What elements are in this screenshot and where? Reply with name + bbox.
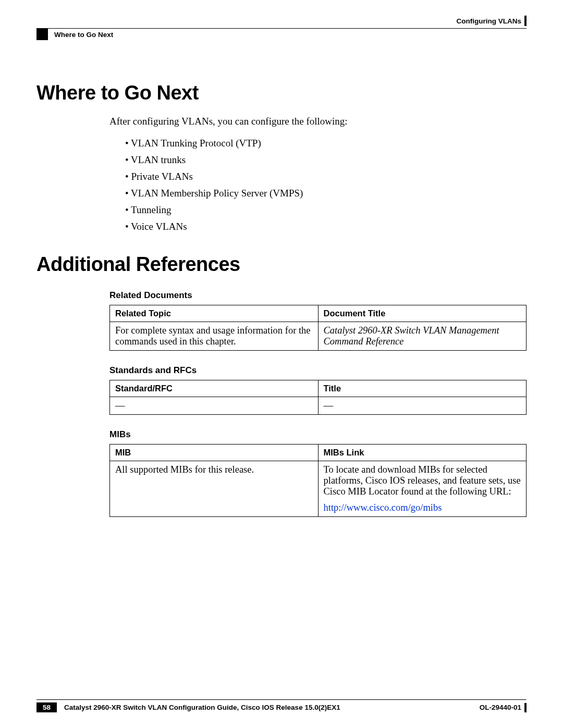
- list-item: VLAN trunks: [125, 154, 527, 166]
- table-header-row: Related Topic Document Title: [110, 305, 527, 322]
- list-item: VLAN Membership Policy Server (VMPS): [125, 188, 527, 199]
- col-mib: MIB: [110, 444, 319, 461]
- footer-title: Catalyst 2960-XR Switch VLAN Configurati…: [64, 704, 340, 711]
- table-header-row: Standard/RFC Title: [110, 380, 527, 397]
- heading-additional-references: Additional References: [36, 253, 527, 276]
- heading-where-to-go-next: Where to Go Next: [36, 82, 527, 104]
- chapter-title: Configuring VLANs: [457, 17, 522, 25]
- breadcrumb: Where to Go Next: [36, 29, 527, 40]
- page-number: 58: [36, 702, 57, 712]
- list-item: Tunneling: [125, 204, 527, 216]
- cell-topic: For complete syntax and usage informatio…: [110, 322, 319, 350]
- doc-id: OL-29440-01: [480, 704, 521, 711]
- breadcrumb-text: Where to Go Next: [54, 31, 113, 39]
- table-header-row: MIB MIBs Link: [110, 444, 527, 461]
- cell-mib: All supported MIBs for this release.: [110, 461, 319, 516]
- col-title: Title: [318, 380, 527, 397]
- bullet-list: VLAN Trunking Protocol (VTP) VLAN trunks…: [125, 138, 527, 232]
- footer-bar-icon: [524, 703, 527, 712]
- col-standard: Standard/RFC: [110, 380, 319, 397]
- mibs-link-text: To locate and download MIBs for selected…: [324, 464, 521, 497]
- subhead-related-docs: Related Documents: [109, 290, 527, 301]
- col-document-title: Document Title: [318, 305, 527, 322]
- table-row: For complete syntax and usage informatio…: [110, 322, 527, 350]
- cell-title: —: [318, 397, 527, 414]
- cell-mibs-link: To locate and download MIBs for selected…: [318, 461, 527, 516]
- list-item: Voice VLANs: [125, 221, 527, 232]
- header-chapter-row: Configuring VLANs: [36, 16, 527, 26]
- col-mibs-link: MIBs Link: [318, 444, 527, 461]
- standards-table: Standard/RFC Title — —: [109, 380, 527, 415]
- mibs-table: MIB MIBs Link All supported MIBs for thi…: [109, 444, 527, 517]
- subhead-standards: Standards and RFCs: [109, 365, 527, 376]
- mibs-url-link[interactable]: http://www.cisco.com/go/mibs: [324, 502, 521, 513]
- cell-standard: —: [110, 397, 319, 414]
- square-icon: [36, 29, 48, 40]
- table-row: All supported MIBs for this release. To …: [110, 461, 527, 516]
- intro-text: After configuring VLANs, you can configu…: [109, 115, 527, 128]
- cell-title: Catalyst 2960-XR Switch VLAN Management …: [318, 322, 527, 350]
- list-item: VLAN Trunking Protocol (VTP): [125, 138, 527, 149]
- related-docs-table: Related Topic Document Title For complet…: [109, 305, 527, 351]
- header-bar-icon: [524, 16, 527, 26]
- list-item: Private VLANs: [125, 171, 527, 182]
- col-related-topic: Related Topic: [110, 305, 319, 322]
- table-row: — —: [110, 397, 527, 414]
- footer: 58 Catalyst 2960-XR Switch VLAN Configur…: [36, 699, 527, 712]
- footer-divider: [36, 699, 527, 700]
- subhead-mibs: MIBs: [109, 429, 527, 440]
- page: Configuring VLANs Where to Go Next Where…: [0, 0, 563, 728]
